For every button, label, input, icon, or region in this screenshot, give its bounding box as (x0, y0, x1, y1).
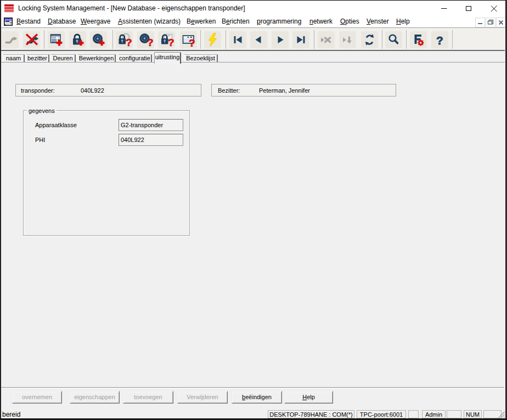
svg-text:?: ? (189, 37, 195, 47)
svg-text:?: ? (147, 37, 153, 47)
svg-text:?: ? (126, 37, 132, 47)
svg-text:?: ? (168, 37, 174, 47)
svg-text:?: ? (436, 34, 443, 47)
